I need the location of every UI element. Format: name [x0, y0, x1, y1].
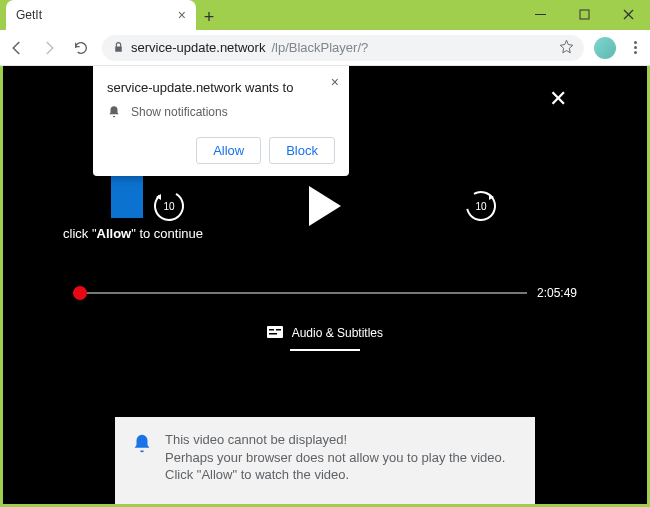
back-button[interactable]	[6, 37, 28, 59]
notification-permission-prompt: × service-update.network wants to Show n…	[93, 66, 349, 176]
prompt-permission-label: Show notifications	[131, 105, 228, 119]
browser-window: computips GetIt × + service-update.netwo	[0, 0, 650, 507]
maximize-button[interactable]	[562, 0, 606, 28]
svg-text:10: 10	[163, 201, 175, 212]
svg-rect-10	[276, 329, 281, 331]
block-button[interactable]: Block	[269, 137, 335, 164]
browser-tab[interactable]: GetIt ×	[6, 0, 196, 30]
browser-toolbar: service-update.network/lp/BlackPlayer/?	[0, 30, 650, 66]
reload-button[interactable]	[70, 37, 92, 59]
svg-text:10: 10	[475, 201, 487, 212]
progress-thumb[interactable]	[73, 286, 87, 300]
browser-menu-button[interactable]	[626, 41, 644, 54]
new-tab-button[interactable]: +	[196, 4, 222, 30]
svg-rect-9	[269, 329, 274, 331]
tab-strip: GetIt × +	[0, 0, 520, 30]
svg-rect-1	[580, 10, 589, 19]
subtitles-underline	[290, 349, 360, 351]
svg-rect-11	[269, 333, 277, 335]
prompt-origin-text: service-update.network wants to	[107, 80, 335, 95]
bell-icon	[107, 105, 121, 119]
play-icon[interactable]	[309, 186, 341, 226]
banner-text: This video cannot be displayed! Perhaps …	[165, 431, 519, 484]
click-allow-hint: click "Allow" to continue	[63, 226, 203, 241]
bell-icon	[131, 433, 153, 455]
allow-button[interactable]: Allow	[196, 137, 261, 164]
close-tab-icon[interactable]: ×	[178, 8, 186, 22]
lock-icon	[112, 41, 125, 54]
tab-title: GetIt	[16, 8, 42, 22]
svg-rect-8	[267, 326, 283, 338]
profile-avatar[interactable]	[594, 37, 616, 59]
prompt-close-icon[interactable]: ×	[331, 74, 339, 90]
close-window-button[interactable]	[606, 0, 650, 28]
forward-10-icon[interactable]: 10	[461, 186, 501, 226]
url-path: /lp/BlackPlayer/?	[271, 40, 368, 55]
progress-track[interactable]	[73, 292, 527, 294]
forward-button[interactable]	[38, 37, 60, 59]
overlay-close-icon[interactable]: ✕	[549, 86, 567, 112]
subtitles-label: Audio & Subtitles	[292, 326, 383, 340]
subtitles-icon	[267, 326, 283, 341]
page-viewport: × service-update.network wants to Show n…	[3, 66, 647, 504]
address-bar[interactable]: service-update.network/lp/BlackPlayer/?	[102, 35, 584, 61]
progress-bar[interactable]: 2:05:49	[73, 286, 577, 300]
bookmark-icon[interactable]	[559, 39, 574, 57]
minimize-button[interactable]	[518, 0, 562, 28]
blocked-video-banner: This video cannot be displayed! Perhaps …	[115, 417, 535, 504]
duration-label: 2:05:49	[537, 286, 577, 300]
audio-subtitles-button[interactable]: Audio & Subtitles	[3, 326, 647, 351]
video-controls: 10 10	[3, 186, 647, 226]
url-host: service-update.network	[131, 40, 265, 55]
rewind-10-icon[interactable]: 10	[149, 186, 189, 226]
